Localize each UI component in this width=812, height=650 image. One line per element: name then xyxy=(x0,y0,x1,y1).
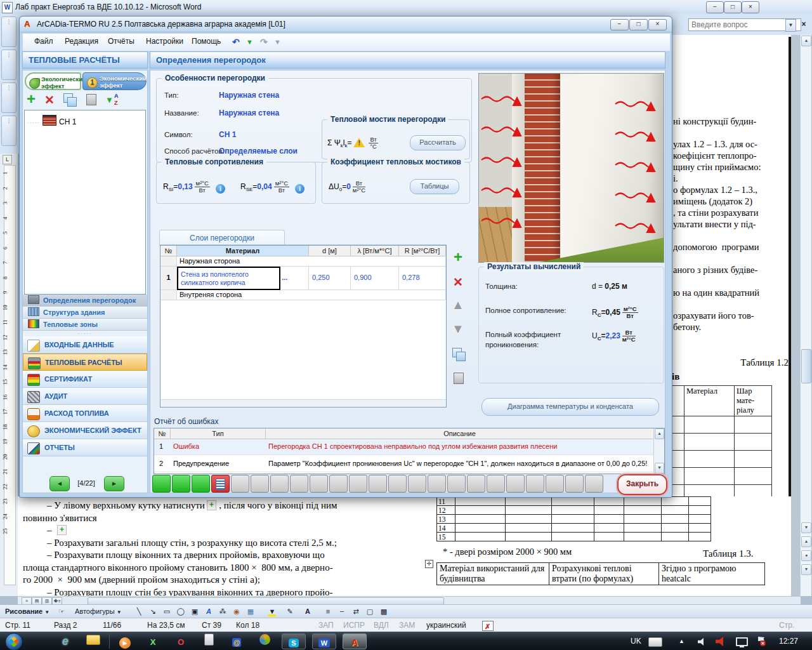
info-icon[interactable]: i xyxy=(295,184,304,194)
scroll-thumb[interactable] xyxy=(801,349,811,383)
close-dialog-button[interactable]: Закрыть xyxy=(617,474,667,495)
next-warning-icon[interactable]: ▼ xyxy=(274,36,281,48)
taskbar-mail[interactable]: @ xyxy=(225,633,249,649)
sort-a-icon[interactable]: A xyxy=(114,93,119,99)
question-close-icon[interactable]: × xyxy=(799,19,808,29)
status-square[interactable] xyxy=(506,475,525,493)
tab-partition-layers[interactable]: Слои перегородки xyxy=(159,230,285,246)
copy-partition-icon[interactable] xyxy=(67,97,77,107)
wordart-icon[interactable]: A xyxy=(203,606,214,617)
toolbar-sliver[interactable]: ⋮ xyxy=(1,17,16,47)
ask-question-input[interactable] xyxy=(688,18,801,31)
status-square[interactable] xyxy=(585,475,603,493)
sort-z-icon[interactable]: Z xyxy=(114,100,118,106)
taskbar-word[interactable]: W xyxy=(312,633,336,649)
menu-file[interactable]: Файл xyxy=(32,34,56,50)
word-restore-button[interactable]: □ xyxy=(724,1,742,13)
next-error-icon[interactable]: ▼ xyxy=(246,36,253,48)
browse-prev-icon[interactable]: ▲ xyxy=(801,536,811,547)
add-partition-icon[interactable]: + xyxy=(27,91,36,107)
col-r[interactable]: R [м²°С/Вт] xyxy=(399,246,446,256)
status-square[interactable] xyxy=(487,475,505,493)
copy-layer-icon[interactable] xyxy=(456,352,466,361)
move-layer-up-icon[interactable]: ▲ xyxy=(449,298,467,312)
nav-certificate[interactable]: СЕРТИФИКАТ xyxy=(23,371,147,388)
warning-row[interactable]: 2 Предупреждение Параметр "Коэффициент п… xyxy=(154,456,654,472)
sort-icon[interactable]: ▼ xyxy=(105,95,114,105)
taskbar-calculator[interactable] xyxy=(197,633,221,649)
err-col-type[interactable]: Тип xyxy=(171,428,266,439)
autoshapes-menu-button[interactable]: Автофигуры ▼ xyxy=(75,606,122,617)
menu-reports[interactable]: Отчёты xyxy=(105,34,137,50)
draw-menu-button[interactable]: Рисование ▼ xyxy=(5,606,49,617)
status-rec-mode[interactable]: ЗАП xyxy=(318,618,334,632)
pager-prev-button[interactable]: ◄ xyxy=(49,476,70,491)
app-volume-icon[interactable] xyxy=(716,637,726,646)
browse-object-icon[interactable]: ● xyxy=(801,550,811,561)
name-value[interactable]: Наружная стена xyxy=(219,109,279,117)
taskbar-skype[interactable]: S xyxy=(282,633,306,649)
status-square[interactable] xyxy=(349,475,367,493)
status-square[interactable] xyxy=(428,475,446,493)
taskbar-browser-sphere[interactable] xyxy=(252,633,277,649)
nav-economic-effect[interactable]: ЭКОНОМИЧЕСКИЙ ЭФФЕКТ xyxy=(23,422,147,439)
status-square-ok[interactable] xyxy=(172,475,190,493)
word-minimize-button[interactable]: − xyxy=(706,1,724,13)
layers-hscroll[interactable] xyxy=(160,399,446,407)
status-square[interactable] xyxy=(369,475,387,493)
status-ext-mode[interactable]: ВДЛ xyxy=(374,618,389,632)
delete-layer-icon[interactable]: ✕ xyxy=(449,275,467,290)
arcadia-maximize-button[interactable]: □ xyxy=(629,19,648,30)
clipart-icon[interactable]: ◉ xyxy=(231,606,242,617)
taskbar-arcadia[interactable]: A xyxy=(343,633,367,649)
volume-icon[interactable] xyxy=(698,638,705,646)
undo-icon[interactable]: ↶ xyxy=(232,36,240,48)
dash-style-icon[interactable]: ┄ xyxy=(336,606,348,617)
row1-lambda-cell[interactable]: 0,900 xyxy=(351,267,399,290)
nav-audit[interactable]: АУДИТ xyxy=(23,388,147,405)
delete-partition-icon[interactable]: ✕ xyxy=(44,93,55,108)
diagram-icon[interactable]: ⁂ xyxy=(217,606,228,617)
status-square[interactable] xyxy=(467,475,485,493)
network-icon[interactable] xyxy=(736,637,748,646)
rectangle-tool-icon[interactable]: ▭ xyxy=(161,606,173,617)
status-square[interactable] xyxy=(231,475,249,493)
status-square[interactable] xyxy=(546,475,564,493)
font-color-icon[interactable]: A xyxy=(302,606,313,617)
pager-next-button[interactable]: ► xyxy=(104,476,124,491)
shadow-style-icon[interactable]: ▢ xyxy=(364,606,376,617)
question-dropdown-icon[interactable]: ▼ xyxy=(785,19,796,32)
status-square[interactable] xyxy=(251,475,269,493)
col-lambda[interactable]: λ [Вт/м*°С] xyxy=(351,246,399,256)
scroll-up-icon[interactable]: ▲ xyxy=(801,36,811,46)
scroll-up-icon[interactable]: ▲ xyxy=(655,428,664,439)
nav-fuel-consumption[interactable]: РАСХОД ТОПЛИВА xyxy=(23,405,147,422)
subnav-partition-definitions[interactable]: Определения перегородок xyxy=(23,295,147,307)
toolbar-sliver[interactable]: ⋮ xyxy=(1,116,16,146)
spellcheck-icon[interactable]: ✗ xyxy=(482,621,494,631)
taskbar-opera[interactable]: O xyxy=(169,633,193,649)
status-square[interactable] xyxy=(408,475,426,493)
redo-icon[interactable]: ↷ xyxy=(260,36,268,48)
row1-r-cell[interactable]: 0,278 xyxy=(399,267,446,290)
arcadia-minimize-button[interactable]: − xyxy=(610,19,629,30)
add-layer-icon[interactable]: + xyxy=(449,249,467,265)
picture-icon[interactable]: ▦ xyxy=(245,606,256,617)
arrow-tool-icon[interactable]: ↘ xyxy=(147,606,159,617)
word-close-button[interactable]: × xyxy=(742,1,759,13)
toolbar-sliver[interactable]: ⋮ xyxy=(1,50,16,80)
calculate-button[interactable]: Рассчитать xyxy=(410,135,466,150)
err-col-desc[interactable]: Описание xyxy=(266,428,654,439)
tab-economic-effect[interactable]: 1 Экономическийэффект xyxy=(82,72,147,90)
line-style-icon[interactable]: ≡ xyxy=(322,606,334,617)
type-value[interactable]: Наружная стена xyxy=(219,91,279,100)
status-square-ok[interactable] xyxy=(192,475,210,493)
row1-d-cell[interactable]: 0,250 xyxy=(309,267,351,290)
symbol-value[interactable]: СН 1 xyxy=(219,130,236,139)
taskbar-excel[interactable]: X xyxy=(141,633,165,649)
arcadia-close-button[interactable]: × xyxy=(648,19,667,30)
status-square[interactable] xyxy=(329,475,348,493)
subnav-thermal-zones[interactable]: Тепловые зоны xyxy=(23,319,147,331)
status-square[interactable] xyxy=(290,475,308,493)
error-scrollbar[interactable]: ▲ ▼ xyxy=(653,428,664,474)
